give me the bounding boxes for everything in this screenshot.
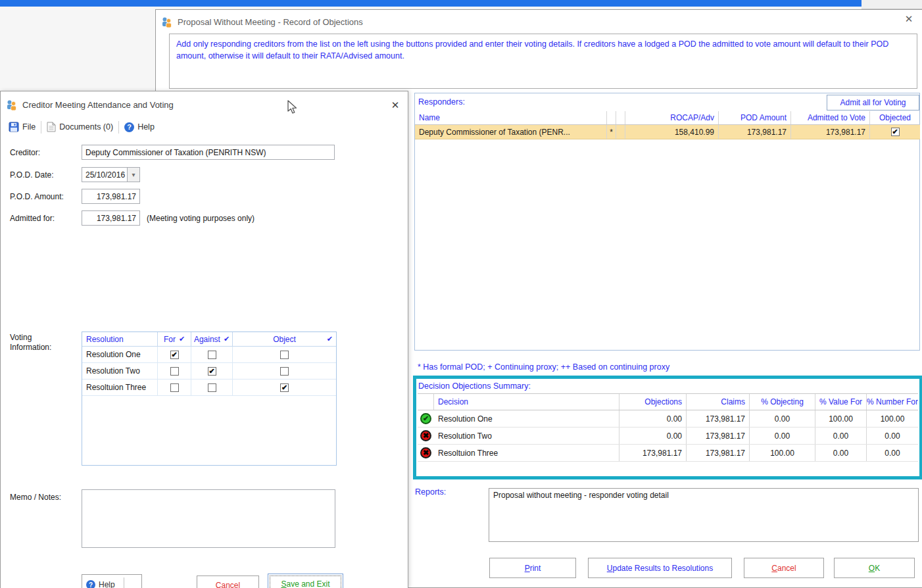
creditor-field[interactable]: Deputy Commissioner of Taxation (PENRITH… [82,145,335,160]
split-divider [124,577,124,588]
pod-date-label: P.O.D. Date: [10,170,53,180]
summary-row[interactable]: ✔ Resolution One 0.00 173,981.17 0.00 10… [418,410,918,428]
close-icon[interactable]: ✕ [388,98,402,112]
voting-row: Resolution Two ✔ [82,363,336,380]
admitted-for-note: (Meeting voting purposes only) [147,214,255,223]
carried-icon: ✔ [420,413,431,424]
voting-info-label-2: Information: [10,343,51,352]
dialog-title: Creditor Meeting Attendance and Voting [22,100,174,110]
dialog-title: Proposal Without Meeting - Record of Obj… [178,17,363,27]
report-item[interactable]: Proposal without meeting - responder vot… [493,491,669,500]
voting-row: Resoltuion Three ✔ [82,380,336,396]
check-all-against-icon[interactable]: ✔ [224,335,230,343]
voting-table: Resolution For✔ Against✔ Object ✔ Resolu… [82,331,337,466]
save-and-exit-button[interactable]: Save and Exit [268,574,343,588]
lost-icon: ✖ [420,430,431,441]
people-icon [161,16,172,28]
instructions-box: Add only responding creditors from the l… [169,34,917,89]
responder-row[interactable]: Deputy Commissioner of Taxation (PENR...… [415,125,920,139]
against-checkbox[interactable] [208,351,216,359]
save-file-icon [9,122,19,132]
ok-button[interactable]: OK [834,558,915,578]
reports-list[interactable]: Proposal without meeting - responder vot… [489,488,919,542]
pod-amount-label: P.O.D. Amount: [10,192,64,201]
admitted-for-label: Admitted for: [10,214,55,223]
document-icon [47,122,56,132]
summary-row[interactable]: ✖ Resolution Two 0.00 173,981.17 0.00 0.… [418,428,918,445]
responder-flag: * [607,125,616,139]
close-icon[interactable]: ✕ [902,12,916,26]
lost-icon: ✖ [420,447,431,458]
toolbar: File Documents (0) ? Help [9,119,155,135]
objected-checkbox[interactable]: ✔ [891,128,900,136]
people-icon [6,99,17,110]
help-split-button[interactable]: ? Help [82,574,142,588]
documents-button[interactable]: Documents (0) [47,122,113,132]
responders-header: Name ROCAP/Adv POD Amount Admitted to Vo… [415,111,920,125]
against-checkbox[interactable]: ✔ [208,367,216,376]
voting-header: Resolution For✔ Against✔ Object ✔ [82,332,336,347]
update-results-button[interactable]: Update Results to Resolutions [588,558,732,578]
pod-date-field[interactable]: 25/10/2016 [82,167,128,182]
responder-name: Deputy Commissioner of Taxation (PENR... [415,125,607,139]
cancel-button[interactable]: Cancel [744,558,824,578]
object-checkbox[interactable] [280,351,289,359]
file-button[interactable]: File [9,122,36,132]
creditor-label: Creditor: [10,148,40,157]
against-checkbox[interactable] [208,383,216,392]
check-all-for-icon[interactable]: ✔ [179,335,185,343]
memo-textarea[interactable] [82,489,335,548]
admit-all-button[interactable]: Admit all for Voting [827,95,919,110]
for-checkbox[interactable]: ✔ [170,351,179,359]
voting-row: Resolution One ✔ [82,347,336,363]
help-icon: ? [124,122,134,132]
help-button[interactable]: ? Help [124,122,155,132]
check-all-object-icon[interactable]: ✔ [327,335,333,343]
summary-header: Decision Objections Claims % Objecting %… [418,393,918,410]
reports-label: Reports: [415,487,446,497]
summary-row[interactable]: ✖ Resoltuion Three 173,981.17 173,981.17… [418,445,918,462]
memo-label: Memo / Notes: [10,493,61,502]
chevron-down-icon: ▾ [132,171,135,178]
background-selected-row [0,0,861,7]
responders-footnote: * Has formal POD; + Continuing proxy; ++… [418,362,669,372]
admitted-for-field[interactable]: 173,981.17 [82,210,140,226]
attendance-voting-dialog: Creditor Meeting Attendance and Voting ✕… [0,91,408,588]
for-checkbox[interactable] [170,383,179,392]
object-checkbox[interactable] [280,367,289,376]
cancel-button[interactable]: Cancel [197,576,259,588]
print-button[interactable]: Print [489,558,576,578]
pod-amount-field[interactable]: 173,981.17 [82,189,140,204]
mouse-cursor [287,100,300,114]
background-strip [861,0,922,9]
screen: Proposal Without Meeting - Record of Obj… [0,0,922,588]
pod-date-dropdown[interactable]: ▾ [127,167,140,182]
summary-label: Decision Objections Summary: [418,381,531,391]
objections-summary-panel: Decision Objections Summary: Decision Ob… [413,376,922,479]
for-checkbox[interactable] [170,367,179,376]
object-checkbox[interactable]: ✔ [280,383,289,392]
responders-label: Responders: [418,97,465,107]
responders-panel: Responders: Admit all for Voting Name RO… [414,93,920,351]
voting-info-label-1: Voting [10,333,32,342]
help-icon: ? [86,580,95,588]
